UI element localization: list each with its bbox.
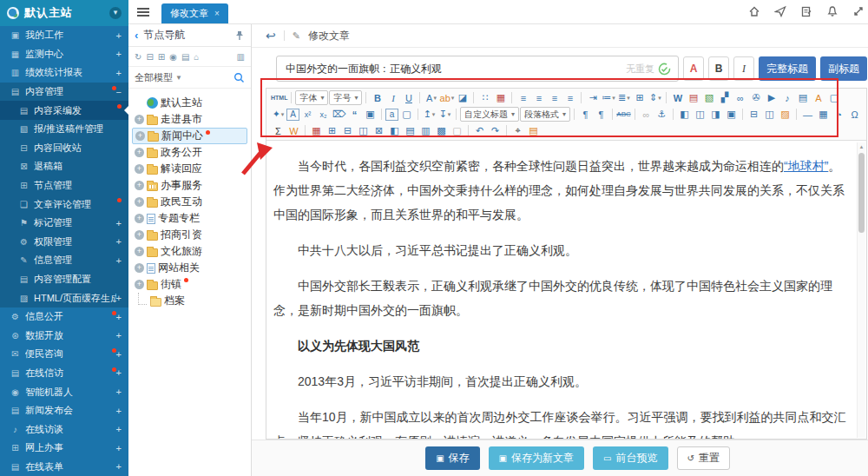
expand-node-icon[interactable]: + [135,197,144,207]
sidebar-item[interactable]: ▤在线信访+ [0,364,128,383]
template-icon[interactable]: ▨ [778,107,792,122]
blockquote-icon[interactable]: “ [347,107,362,122]
title-bold-button[interactable]: B [708,56,729,81]
align-left-icon[interactable]: ≡ [516,90,530,105]
align-right-icon[interactable]: ≡ [547,90,562,105]
media-library-icon[interactable]: ▤ [795,90,810,105]
sidebar-item[interactable]: ▤新闻发布会+ [0,401,128,420]
add-doc-icon[interactable]: ▤ [181,52,189,62]
float-center-icon[interactable]: ◫ [693,107,707,122]
emphasis-dots-icon[interactable]: ∷ [477,90,492,105]
expand-node-icon[interactable]: + [135,247,144,256]
insert-link-icon[interactable]: ∞ [733,90,747,105]
tree-node[interactable]: +文化旅游 [132,243,247,260]
line-height-icon[interactable]: ⇕▾ [648,90,662,105]
ltr-icon[interactable]: ¶ [578,107,593,122]
align-center-icon[interactable]: ≡ [531,90,546,105]
highlight-color-icon[interactable]: ab▾ [439,90,454,105]
site-node-icon[interactable]: ◉ [169,52,177,62]
tree-node[interactable]: +政民互动 [132,194,247,210]
tree-node[interactable]: 档案 [132,293,247,309]
tasks-icon[interactable] [800,5,812,17]
tree-node[interactable]: +网站相关 [132,260,247,276]
sidebar-item[interactable]: ▧报/推送稿件管理 [0,120,128,139]
insert-audio-icon[interactable]: ♪ [779,90,794,105]
insert-video-icon[interactable]: ▶ [764,90,779,105]
scroll-up-icon[interactable]: ▲ [858,142,865,151]
ordered-list-icon[interactable]: ≔▾ [601,90,615,105]
columns-icon[interactable]: ◫ [762,107,777,122]
formula-icon[interactable]: Σ [271,123,286,138]
new-doc-icon[interactable]: ▢ [399,107,414,122]
delete-row-icon[interactable]: ⊠ [372,123,386,138]
font-size-select[interactable]: 字号 [329,90,362,105]
anchor-icon[interactable]: ⚓ [654,107,669,122]
time-icon[interactable]: ◔ [832,107,846,122]
tree-node[interactable]: +办事服务 [132,177,247,194]
font-family-select[interactable]: 字体 [295,90,328,105]
expand-node-icon[interactable]: + [135,164,144,174]
sidebar-item[interactable]: ♪在线访谈+ [0,420,128,439]
sidebar-item[interactable]: ▦监测中心+ [0,45,128,64]
expand-all-icon[interactable]: ⊞ [158,52,165,62]
sidebar-item[interactable]: ▤内容管理配置 [0,270,128,289]
editor-scrollbar[interactable]: ▲ [857,142,865,438]
font-color-icon[interactable]: A▾ [424,90,438,105]
editor-content[interactable]: 当今时代，各国利益交织空前紧密，各种全球性问题日益突出，世界越来越成为命运相连的… [266,141,866,439]
full-title-button[interactable]: 完整标题 [759,56,816,81]
tab-edit-article[interactable]: 修改文章 × [161,3,228,23]
tree-node[interactable]: +政务公开 [132,144,247,161]
expand-node-icon[interactable]: + [135,131,145,141]
preview-button[interactable]: ▭前台预览 [593,446,667,470]
float-right-icon[interactable]: ◨ [708,107,723,122]
subscript-icon[interactable]: x₂ [316,107,331,122]
expand-node-icon[interactable]: + [135,148,144,157]
sidebar-item[interactable]: ▤在线表单+ [0,458,128,476]
redo-icon[interactable]: ↷ [488,123,503,138]
tree-node[interactable]: +专题专栏 [132,210,247,227]
expand-node-icon[interactable]: + [135,263,144,273]
merge-cells-icon[interactable]: ▤ [403,123,418,138]
sidebar-item[interactable]: ⚙信息公开+ [0,307,128,327]
expand-node-icon[interactable]: + [135,214,144,223]
sidebar-header[interactable]: 默认主站 ▾ [0,0,128,26]
sidebar-item[interactable]: ◉智能机器人+ [0,382,128,401]
rtl-icon[interactable]: ¶ [594,107,608,122]
special-char-icon[interactable]: Ω [847,107,862,122]
calendar-icon[interactable]: ▦ [816,107,831,122]
table-style-icon[interactable]: ▩ [434,123,449,138]
back-icon[interactable]: ↩ [266,29,276,43]
expand-node-icon[interactable]: + [135,280,144,289]
manuscript-grid-icon[interactable]: ▦ [493,90,508,105]
delete-col-icon[interactable]: ◧ [387,123,402,138]
title-color-button[interactable]: A [683,56,704,81]
superscript-icon[interactable]: x² [300,107,315,122]
tree-node[interactable]: +走进县市 [132,111,247,128]
insert-col-icon[interactable]: ◫ [356,123,371,138]
article-title-input[interactable] [277,63,626,75]
sidebar-item[interactable]: ▤内容采编发 [0,101,128,120]
sidebar-item[interactable]: ❏文章评论管理 [0,195,128,214]
subtitle-button[interactable]: 副标题 [820,56,867,81]
expand-node-icon[interactable]: + [135,115,144,124]
refresh-icon[interactable]: ↻ [135,52,141,62]
insert-image-icon[interactable]: ▧ [701,90,716,105]
sidebar-item[interactable]: ▥绩效统计报表+ [0,63,128,83]
undo-icon[interactable]: ↶ [472,123,487,138]
format-painter-icon[interactable]: ✦▾ [271,107,286,122]
tree-node[interactable]: +招商引资 [132,227,247,243]
sidebar-item[interactable]: ✎信息管理+ [0,251,128,270]
expand-icon[interactable] [852,5,865,17]
valign-top-icon[interactable]: ↥▾ [422,107,437,122]
search-icon[interactable] [233,72,245,83]
tree-node[interactable]: +解读回应 [132,161,247,177]
sidebar-item[interactable]: ▤内容管理− [0,83,128,102]
find-replace-icon[interactable]: ⌖ [510,123,525,138]
delete-table-icon[interactable]: ▦ [309,123,324,138]
send-icon[interactable] [774,5,786,17]
menu-collapse-icon[interactable] [137,11,149,13]
block-image-icon[interactable]: ▣ [724,107,739,122]
paste-board-icon[interactable]: ▤ [526,123,541,138]
paragraph-format-select[interactable]: 段落格式 [520,107,570,122]
chevron-down-icon[interactable]: ▾ [109,7,122,19]
